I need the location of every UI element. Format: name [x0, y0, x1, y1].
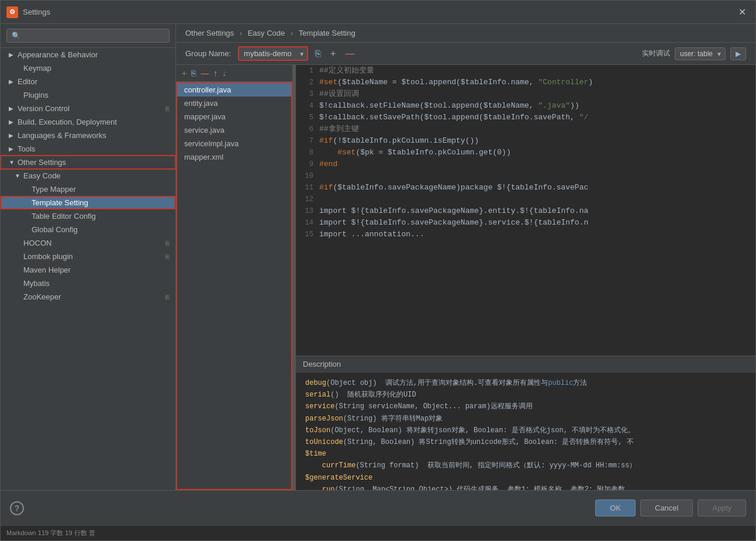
search-bar: [1, 24, 175, 48]
settings-window: ⚙ Settings ✕ ▶ Appearance & Behavior Key…: [0, 0, 756, 541]
remove-group-button[interactable]: —: [343, 47, 357, 60]
file-remove-button[interactable]: —: [199, 67, 210, 79]
code-line: 9 #end: [296, 158, 755, 170]
right-panel: Other Settings › Easy Code › Template Se…: [176, 24, 755, 490]
group-name-wrapper: mybatis-demo Default ▼: [238, 46, 308, 61]
dialog-buttons: OK Cancel Apply: [595, 499, 746, 516]
copy-group-button[interactable]: ⎘: [313, 47, 323, 60]
breadcrumb-sep-2: ›: [291, 29, 295, 37]
bottom-bar: ? OK Cancel Apply: [1, 490, 755, 525]
cancel-button[interactable]: Cancel: [640, 499, 693, 516]
desc-line: toJson(Object, Boolean) 将对象转json对象, Bool…: [305, 425, 746, 436]
sidebar-item-plugins[interactable]: Plugins: [1, 88, 175, 102]
code-editor-panel: 1 ##定义初始变量 2 #set($tableName = $tool.app…: [296, 65, 755, 490]
sidebar-item-mybatis[interactable]: Mybatis: [1, 277, 175, 290]
add-group-button[interactable]: +: [328, 47, 338, 60]
desc-line: $time: [305, 449, 746, 460]
file-item[interactable]: controller.java: [177, 83, 291, 97]
sidebar-item-build[interactable]: ▶ Build, Execution, Deployment: [1, 115, 175, 129]
app-icon: ⚙: [6, 6, 18, 18]
sidebar: ▶ Appearance & Behavior Keymap ▶ Editor …: [1, 24, 176, 490]
realtime-label: 实时调试: [642, 49, 670, 58]
sidebar-item-lombok[interactable]: Lombok plugin ⎘: [1, 250, 175, 263]
description-header: Description: [296, 356, 755, 373]
desc-line: service(String serviceName, Object... pa…: [305, 401, 746, 412]
file-move-up-button[interactable]: ↑: [212, 67, 219, 79]
file-copy-button[interactable]: ⎘: [190, 67, 197, 79]
code-line: 7 #if(!$tableInfo.pkColumn.isEmpty()): [296, 135, 755, 147]
realtime-action-button[interactable]: ▶: [730, 47, 746, 60]
code-line: 2 #set($tableName = $tool.append($tableI…: [296, 77, 755, 88]
toolbar: Group Name: mybatis-demo Default ▼ ⎘ + —…: [176, 43, 755, 65]
code-line: 13 import $!{tableInfo.savePackageName}.…: [296, 205, 755, 217]
code-line: 14 import $!{tableInfo.savePackageName}.…: [296, 217, 755, 229]
sidebar-item-easy-code[interactable]: ▼ Easy Code: [1, 169, 175, 182]
expand-arrow: ▼: [9, 159, 15, 166]
sidebar-item-version-control[interactable]: ▶ Version Control ⎘: [1, 102, 175, 115]
help-button[interactable]: ?: [10, 501, 24, 515]
desc-line: currTime(String format) 获取当前时间, 指定时间格式（默…: [305, 460, 746, 471]
sidebar-item-languages[interactable]: ▶ Languages & Frameworks: [1, 129, 175, 142]
file-list-toolbar: + ⎘ — ↑ ↓: [176, 65, 292, 82]
realtime-select[interactable]: user: table: [675, 47, 726, 60]
close-button[interactable]: ✕: [735, 5, 750, 19]
sidebar-item-global-config[interactable]: Global Config: [1, 223, 175, 236]
expand-arrow: ▶: [9, 119, 15, 125]
breadcrumb-part-1: Other Settings: [185, 29, 234, 37]
description-content: debug(Object obj) 调试方法,用于查询对象结构.可查看对象所有属…: [296, 373, 755, 490]
code-line: 10: [296, 170, 755, 182]
realtime-select-wrapper: user: table ▼: [675, 47, 726, 60]
desc-line: serial() 随机获取序列化的UID: [305, 390, 746, 401]
breadcrumb-part-2: Easy Code: [248, 29, 285, 37]
expand-arrow: ▼: [15, 173, 20, 179]
search-input[interactable]: [6, 29, 170, 43]
sidebar-item-template-setting[interactable]: Template Setting: [1, 196, 175, 209]
sidebar-item-hocon[interactable]: HOCON ⎘: [1, 236, 175, 250]
expand-arrow: ▶: [9, 51, 15, 58]
file-add-button[interactable]: +: [181, 67, 188, 79]
code-line: 3 ##设置回调: [296, 88, 755, 100]
sidebar-item-keymap[interactable]: Keymap: [1, 61, 175, 75]
file-list-panel: + ⎘ — ↑ ↓ controller.java entity.java ma…: [176, 65, 293, 490]
file-item[interactable]: entity.java: [177, 97, 291, 110]
title-bar: ⚙ Settings ✕: [1, 1, 755, 24]
sidebar-item-type-mapper[interactable]: Type Mapper: [1, 182, 175, 196]
desc-line: $generateService: [305, 473, 746, 484]
sidebar-item-maven-helper[interactable]: Maven Helper: [1, 263, 175, 277]
group-name-label: Group Name:: [185, 49, 231, 58]
sidebar-item-tools[interactable]: ▶ Tools: [1, 142, 175, 156]
file-move-down-button[interactable]: ↓: [221, 67, 227, 79]
code-line: 15 import ...annotation...: [296, 229, 755, 240]
description-panel: Description debug(Object obj) 调试方法,用于查询对…: [296, 356, 755, 490]
code-line: 8 #set($pk = $tableInfo.pkColumn.get(0)): [296, 147, 755, 158]
sidebar-item-editor[interactable]: ▶ Editor: [1, 75, 175, 88]
code-editor[interactable]: 1 ##定义初始变量 2 #set($tableName = $tool.app…: [296, 65, 755, 356]
group-name-select[interactable]: mybatis-demo Default: [238, 46, 308, 61]
code-line: 5 $!callback.setSavePath($tool.append($t…: [296, 112, 755, 123]
sidebar-item-other-settings[interactable]: ▼ Other Settings: [1, 156, 175, 169]
breadcrumb-sep-1: ›: [240, 29, 244, 37]
main-split: + ⎘ — ↑ ↓ controller.java entity.java ma…: [176, 65, 755, 490]
desc-line: toUnicode(String, Boolean) 将String转换为uni…: [305, 437, 746, 448]
status-text: Markdown 119 字数 19 行数 普: [6, 529, 95, 537]
ok-button[interactable]: OK: [595, 499, 636, 516]
expand-arrow: ▶: [9, 146, 15, 152]
apply-button[interactable]: Apply: [698, 499, 746, 516]
sidebar-item-table-editor-config[interactable]: Table Editor Config: [1, 209, 175, 223]
file-item[interactable]: serviceImpl.java: [177, 137, 291, 150]
expand-arrow: ▶: [9, 132, 15, 139]
code-line: 1 ##定义初始变量: [296, 65, 755, 77]
file-item[interactable]: mapper.java: [177, 110, 291, 123]
file-item[interactable]: service.java: [177, 123, 291, 137]
sidebar-item-zookeeper[interactable]: ZooKeeper ⎘: [1, 290, 175, 304]
sidebar-item-appearance[interactable]: ▶ Appearance & Behavior: [1, 48, 175, 61]
window-title: Settings: [23, 8, 735, 16]
desc-line: run(String, Map<String,Object>) 代码生成服务, …: [305, 484, 746, 490]
breadcrumb: Other Settings › Easy Code › Template Se…: [176, 24, 755, 43]
desc-line: debug(Object obj) 调试方法,用于查询对象结构.可查看对象所有属…: [305, 378, 746, 389]
file-item[interactable]: mapper.xml: [177, 150, 291, 164]
code-line: 12: [296, 194, 755, 205]
code-line: 11 #if($tableInfo.savePackageName)packag…: [296, 182, 755, 194]
main-content: ▶ Appearance & Behavior Keymap ▶ Editor …: [1, 24, 755, 490]
status-bar: Markdown 119 字数 19 行数 普: [1, 525, 755, 540]
